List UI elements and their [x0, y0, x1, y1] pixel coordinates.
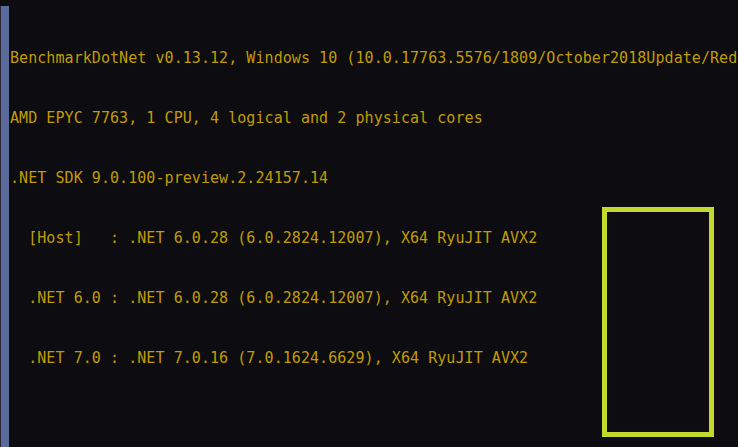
console-output[interactable]: BenchmarkDotNet v0.13.12, Windows 10 (10… — [10, 8, 738, 447]
console-line-benchmark-version: BenchmarkDotNet v0.13.12, Windows 10 (10… — [10, 48, 738, 68]
console-line-cpu-info: AMD EPYC 7763, 1 CPU, 4 logical and 2 ph… — [10, 108, 738, 128]
scrollbar[interactable] — [0, 6, 9, 447]
console-line-sdk-info: .NET SDK 9.0.100-preview.2.24157.14 — [10, 168, 738, 188]
blank-line — [10, 408, 738, 428]
console-line-net60-runtime: .NET 6.0 : .NET 6.0.28 (6.0.2824.12007),… — [10, 288, 738, 308]
terminal-window: { "colors": { "background": "#0c0c11", "… — [0, 0, 738, 447]
console-line-net70-runtime: .NET 7.0 : .NET 7.0.16 (7.0.1624.6629), … — [10, 348, 738, 368]
console-line-host-runtime: [Host] : .NET 6.0.28 (6.0.2824.12007), X… — [10, 228, 738, 248]
